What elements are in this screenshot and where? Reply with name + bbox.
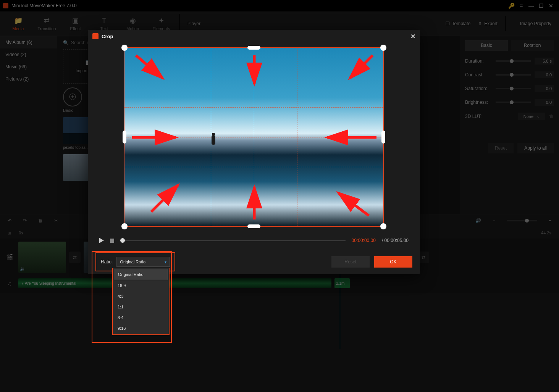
chevron-down-icon: ▾	[165, 260, 166, 264]
modal-logo-icon	[92, 33, 99, 39]
modal-player-controls: 00:00:00.00 / 00:00:05.00	[88, 231, 420, 250]
ratio-label: Ratio:	[101, 259, 113, 265]
crop-canvas[interactable]	[124, 47, 384, 227]
current-time: 00:00:00.00	[352, 238, 376, 243]
crop-modal: Crop ✕	[88, 30, 420, 274]
ratio-option-9-16[interactable]: 9:16	[114, 323, 168, 334]
ratio-select[interactable]: Original Ratio ▾	[116, 257, 170, 267]
annotation-arrows	[124, 48, 384, 227]
modal-title: Crop	[102, 34, 113, 39]
person-silhouette	[212, 136, 215, 145]
close-icon[interactable]: ✕	[410, 33, 415, 40]
modal-reset-button[interactable]: Reset	[331, 256, 370, 268]
modal-ok-button[interactable]: OK	[374, 256, 412, 268]
ratio-option-original[interactable]: Original Ratio	[114, 269, 168, 280]
ratio-option-3-4[interactable]: 3:4	[114, 312, 168, 323]
ratio-dropdown: Original Ratio 16:9 4:3 1:1 3:4 9:16	[112, 268, 170, 335]
svg-line-2	[350, 55, 373, 78]
total-time: / 00:00:05.00	[382, 238, 409, 243]
svg-line-7	[338, 193, 369, 216]
ratio-option-16-9[interactable]: 16:9	[114, 280, 168, 291]
stop-button[interactable]	[110, 239, 114, 243]
play-button[interactable]	[99, 238, 104, 243]
ratio-option-4-3[interactable]: 4:3	[114, 291, 168, 302]
seek-bar[interactable]	[120, 240, 346, 241]
svg-line-5	[151, 185, 178, 212]
svg-line-0	[136, 55, 163, 78]
ratio-option-1-1[interactable]: 1:1	[114, 302, 168, 312]
